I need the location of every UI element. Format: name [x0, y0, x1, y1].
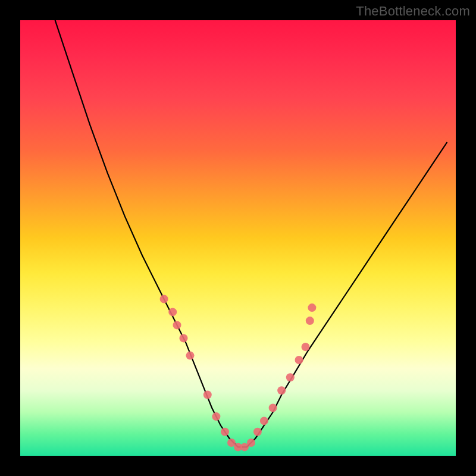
datapoint-marker [180, 334, 188, 342]
datapoint-marker [277, 386, 286, 394]
datapoint-marker [308, 303, 316, 312]
datapoint-markers [160, 295, 317, 452]
datapoint-marker [168, 308, 177, 316]
datapoint-marker [186, 352, 195, 360]
datapoint-marker [253, 428, 262, 436]
bottleneck-curve-svg [20, 20, 456, 456]
datapoint-marker [173, 321, 181, 329]
datapoint-marker [286, 373, 295, 381]
datapoint-marker [212, 412, 220, 421]
datapoint-marker [160, 295, 168, 303]
curve-group [55, 20, 447, 447]
datapoint-marker [295, 356, 303, 364]
watermark-text: TheBottleneck.com [356, 4, 470, 19]
datapoint-marker [260, 416, 268, 425]
plot-area [20, 20, 456, 456]
datapoint-marker [203, 391, 212, 399]
datapoint-marker [247, 439, 255, 447]
chart-frame: TheBottleneck.com [0, 0, 476, 476]
datapoint-marker [269, 404, 277, 412]
datapoint-marker [221, 428, 229, 436]
datapoint-marker [302, 343, 310, 351]
bottleneck-curve [55, 20, 447, 447]
datapoint-marker [306, 317, 314, 325]
